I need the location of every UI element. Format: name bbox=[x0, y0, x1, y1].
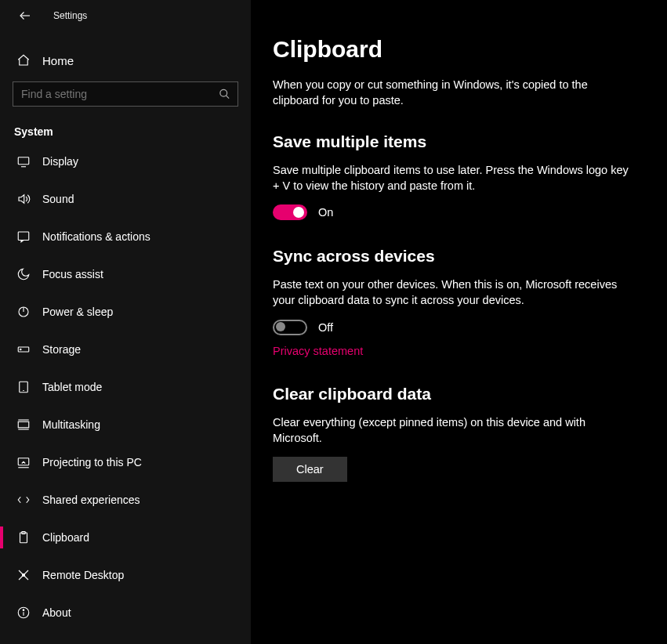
section-clear: Clear clipboard data Clear everything (e… bbox=[273, 385, 637, 483]
sidebar-item-label: Projecting to this PC bbox=[42, 456, 142, 469]
projecting-icon bbox=[16, 455, 31, 469]
sidebar-item-label: Remote Desktop bbox=[42, 569, 124, 581]
svg-point-22 bbox=[23, 574, 25, 577]
sidebar-item-power-sleep[interactable]: Power & sleep bbox=[0, 293, 251, 331]
main-panel: Clipboard When you copy or cut something… bbox=[251, 0, 667, 644]
sidebar-item-clipboard[interactable]: Clipboard bbox=[0, 519, 251, 556]
display-icon bbox=[16, 154, 31, 168]
sidebar-item-notifications[interactable]: Notifications & actions bbox=[0, 218, 251, 255]
sidebar-item-tablet-mode[interactable]: Tablet mode bbox=[0, 368, 251, 406]
toggle-state-label: Off bbox=[318, 321, 333, 334]
svg-point-10 bbox=[20, 349, 22, 350]
sidebar-item-label: Focus assist bbox=[42, 268, 103, 280]
toggle-clipboard-history[interactable] bbox=[273, 204, 307, 220]
sidebar-item-sound[interactable]: Sound bbox=[0, 180, 251, 218]
sidebar-item-label: Sound bbox=[42, 193, 74, 205]
clipboard-icon bbox=[16, 530, 31, 545]
multitasking-icon bbox=[16, 418, 31, 432]
sidebar-item-label: Multitasking bbox=[42, 418, 100, 431]
clear-button[interactable]: Clear bbox=[273, 457, 347, 482]
info-icon bbox=[16, 606, 31, 620]
section-sync: Sync across devices Paste text on your o… bbox=[273, 247, 637, 358]
section-title: Sync across devices bbox=[273, 247, 637, 266]
titlebar: Settings bbox=[0, 0, 251, 31]
svg-point-25 bbox=[23, 610, 24, 611]
remote-desktop-icon bbox=[16, 568, 31, 582]
sidebar-item-label: Display bbox=[42, 155, 78, 168]
sidebar-item-label: Tablet mode bbox=[42, 381, 102, 393]
sidebar-item-label: Notifications & actions bbox=[42, 230, 150, 243]
sidebar-item-projecting[interactable]: Projecting to this PC bbox=[0, 443, 251, 481]
sidebar-home[interactable]: Home bbox=[0, 45, 251, 75]
section-title: Clear clipboard data bbox=[273, 385, 637, 403]
focus-assist-icon bbox=[16, 267, 31, 281]
search-icon bbox=[219, 89, 230, 100]
svg-rect-3 bbox=[18, 157, 29, 165]
sidebar-item-remote-desktop[interactable]: Remote Desktop bbox=[0, 556, 251, 594]
sidebar-nav: Display Sound Notifications & actions Fo… bbox=[0, 143, 251, 631]
sidebar-item-shared-experiences[interactable]: Shared experiences bbox=[0, 481, 251, 519]
tablet-icon bbox=[16, 380, 31, 394]
notifications-icon bbox=[16, 230, 31, 244]
storage-icon bbox=[16, 342, 31, 356]
sidebar-item-label: About bbox=[42, 606, 71, 619]
svg-point-1 bbox=[220, 89, 227, 96]
svg-rect-13 bbox=[18, 421, 29, 428]
toggle-knob bbox=[276, 322, 285, 331]
shared-experiences-icon bbox=[16, 493, 31, 507]
section-save-multiple: Save multiple items Save multiple clipbo… bbox=[273, 132, 637, 221]
section-desc: Save multiple clipboard items to use lat… bbox=[273, 162, 633, 194]
sidebar-item-storage[interactable]: Storage bbox=[0, 331, 251, 368]
sidebar-home-label: Home bbox=[42, 54, 74, 67]
page-intro: When you copy or cut something in Window… bbox=[273, 77, 618, 109]
section-desc: Paste text on your other devices. When t… bbox=[273, 277, 633, 309]
section-title: Save multiple items bbox=[273, 132, 637, 151]
section-desc: Clear everything (except pinned items) o… bbox=[273, 414, 633, 447]
window-title: Settings bbox=[53, 10, 87, 21]
svg-line-2 bbox=[226, 96, 229, 99]
sidebar-item-label: Storage bbox=[42, 343, 81, 356]
sidebar: Settings Home System bbox=[0, 0, 251, 644]
svg-marker-5 bbox=[19, 195, 24, 204]
sidebar-item-label: Clipboard bbox=[42, 531, 89, 544]
sidebar-item-label: Power & sleep bbox=[42, 306, 113, 318]
sidebar-item-label: Shared experiences bbox=[42, 494, 140, 506]
privacy-statement-link[interactable]: Privacy statement bbox=[273, 345, 363, 357]
sound-icon bbox=[16, 192, 31, 206]
sidebar-item-display[interactable]: Display bbox=[0, 143, 251, 180]
sidebar-item-multitasking[interactable]: Multitasking bbox=[0, 406, 251, 443]
arrow-left-icon bbox=[18, 9, 32, 23]
power-icon bbox=[16, 305, 31, 319]
sidebar-group-label: System bbox=[0, 110, 251, 143]
sidebar-item-focus-assist[interactable]: Focus assist bbox=[0, 255, 251, 293]
search-input[interactable] bbox=[13, 81, 238, 107]
toggle-sync[interactable] bbox=[273, 320, 307, 335]
toggle-state-label: On bbox=[318, 206, 333, 219]
sidebar-item-about[interactable]: About bbox=[0, 594, 251, 631]
toggle-knob bbox=[293, 207, 304, 218]
svg-rect-6 bbox=[18, 232, 29, 241]
back-button[interactable] bbox=[16, 6, 34, 25]
page-title: Clipboard bbox=[273, 36, 637, 63]
home-icon bbox=[16, 53, 31, 67]
